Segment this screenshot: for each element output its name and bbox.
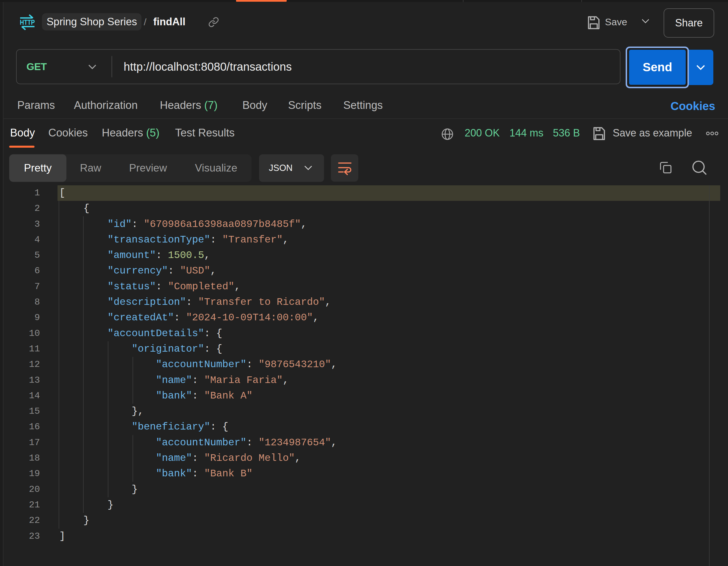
svg-text:HTTP: HTTP [20,18,35,26]
